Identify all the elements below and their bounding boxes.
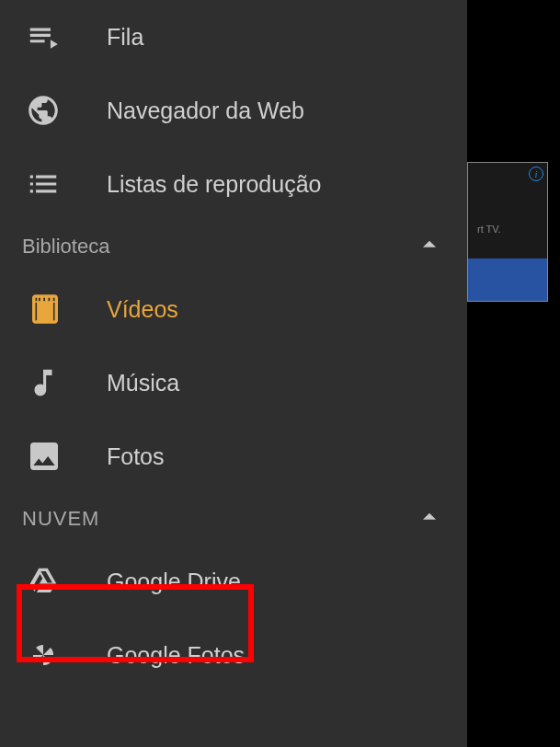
- video-icon: [26, 290, 74, 328]
- google-photos-icon: [26, 638, 74, 672]
- sidebar-item-label: Google Drive: [107, 569, 241, 595]
- queue-icon: [26, 19, 74, 54]
- sidebar: Fila Navegador da Web Listas de reproduç…: [0, 0, 467, 747]
- sidebar-item-label: Fotos: [107, 443, 165, 470]
- ad-blue-box: [468, 259, 547, 301]
- sidebar-item-label: Listas de reprodução: [107, 171, 321, 198]
- chevron-up-icon: [414, 229, 445, 264]
- playlist-icon: [26, 167, 74, 201]
- drive-icon: [26, 564, 74, 599]
- sidebar-item-label: Vídeos: [107, 296, 178, 323]
- background-ad-peek: i rt TV.: [467, 162, 548, 302]
- section-title: Biblioteca: [22, 235, 109, 259]
- info-icon: i: [529, 167, 543, 181]
- sidebar-item-label: Google Fotos: [107, 642, 245, 669]
- sidebar-item-google-drive[interactable]: Google Drive: [0, 545, 467, 618]
- svg-rect-0: [37, 303, 53, 320]
- sidebar-item-label: Música: [107, 370, 179, 396]
- photos-icon: [26, 438, 74, 475]
- globe-icon: [26, 93, 74, 128]
- sidebar-item-web-browser[interactable]: Navegador da Web: [0, 74, 467, 147]
- section-header-library[interactable]: Biblioteca: [0, 221, 467, 272]
- sidebar-item-google-photos[interactable]: Google Fotos: [0, 618, 467, 692]
- sidebar-item-videos[interactable]: Vídeos: [0, 272, 467, 346]
- section-title: NUVEM: [22, 507, 99, 531]
- sidebar-item-label: Fila: [107, 24, 143, 51]
- music-icon: [26, 365, 74, 400]
- sidebar-item-photos[interactable]: Fotos: [0, 419, 467, 493]
- chevron-up-icon: [414, 501, 445, 536]
- sidebar-item-label: Navegador da Web: [107, 98, 304, 124]
- ad-text-fragment: rt TV.: [477, 224, 501, 235]
- sidebar-item-queue[interactable]: Fila: [0, 0, 467, 74]
- sidebar-item-music[interactable]: Música: [0, 346, 467, 419]
- section-header-cloud[interactable]: NUVEM: [0, 493, 467, 545]
- sidebar-item-playlists[interactable]: Listas de reprodução: [0, 147, 467, 221]
